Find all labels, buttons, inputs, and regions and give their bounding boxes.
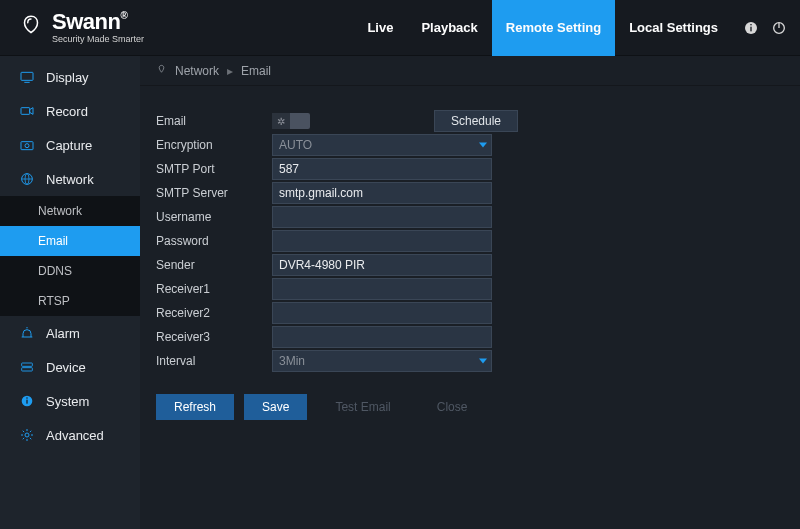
chevron-down-icon xyxy=(479,359,487,364)
schedule-button[interactable]: Schedule xyxy=(434,110,518,132)
sidebar-submenu-network: Network Email DDNS RTSP xyxy=(0,196,140,316)
chevron-right-icon: ▸ xyxy=(227,64,233,78)
power-icon[interactable] xyxy=(770,19,788,37)
gear-icon xyxy=(18,426,36,444)
top-nav: Live Playback Remote Setting Local Setti… xyxy=(353,0,788,56)
sidebar-sub-ddns[interactable]: DDNS xyxy=(0,256,140,286)
brand-regmark: ® xyxy=(120,10,127,21)
label-encryption: Encryption xyxy=(156,138,272,152)
info-icon[interactable] xyxy=(742,19,760,37)
email-toggle[interactable]: ✲ xyxy=(272,113,310,129)
main: Display Record Capture Network Network E… xyxy=(0,56,800,529)
sidebar-item-label: Network xyxy=(46,172,94,187)
form: Email ✲ Schedule Encryption AUTO SMTP Po… xyxy=(140,86,800,420)
record-icon xyxy=(18,102,36,120)
sidebar-item-label: System xyxy=(46,394,89,409)
device-icon xyxy=(18,358,36,376)
sidebar-item-network[interactable]: Network xyxy=(0,162,140,196)
globe-icon xyxy=(18,170,36,188)
alarm-icon xyxy=(18,324,36,342)
header: Swann® Security Made Smarter Live Playba… xyxy=(0,0,800,56)
svg-rect-19 xyxy=(26,397,27,398)
button-row: Refresh Save Test Email Close xyxy=(156,394,784,420)
interval-value: 3Min xyxy=(279,354,305,368)
info-circle-icon xyxy=(18,392,36,410)
swann-logo-icon xyxy=(18,13,44,42)
sidebar-sub-email[interactable]: Email xyxy=(0,226,140,256)
nav-remote-setting[interactable]: Remote Setting xyxy=(492,0,615,56)
label-smtp-port: SMTP Port xyxy=(156,162,272,176)
brand-tagline: Security Made Smarter xyxy=(52,35,144,44)
sidebar: Display Record Capture Network Network E… xyxy=(0,56,140,529)
sidebar-item-label: Device xyxy=(46,360,86,375)
brand-name: Swann xyxy=(52,9,120,34)
sidebar-item-label: Capture xyxy=(46,138,92,153)
chevron-down-icon xyxy=(479,143,487,148)
svg-rect-5 xyxy=(21,72,33,80)
label-email: Email xyxy=(156,114,272,128)
sidebar-item-record[interactable]: Record xyxy=(0,94,140,128)
sidebar-sub-network[interactable]: Network xyxy=(0,196,140,226)
receiver3-input[interactable] xyxy=(272,326,492,348)
interval-select[interactable]: 3Min xyxy=(272,350,492,372)
label-sender: Sender xyxy=(156,258,272,272)
nav-playback[interactable]: Playback xyxy=(407,0,491,56)
nav-live[interactable]: Live xyxy=(353,0,407,56)
svg-rect-7 xyxy=(21,108,30,115)
receiver1-input[interactable] xyxy=(272,278,492,300)
svg-rect-16 xyxy=(22,368,33,371)
svg-point-20 xyxy=(25,433,29,437)
encryption-value: AUTO xyxy=(279,138,312,152)
svg-rect-2 xyxy=(750,24,751,25)
test-email-button: Test Email xyxy=(317,394,408,420)
receiver2-input[interactable] xyxy=(272,302,492,324)
sidebar-item-label: Advanced xyxy=(46,428,104,443)
save-button[interactable]: Save xyxy=(244,394,307,420)
sidebar-item-label: Alarm xyxy=(46,326,80,341)
location-icon xyxy=(156,64,167,78)
label-interval: Interval xyxy=(156,354,272,368)
close-button: Close xyxy=(419,394,486,420)
smtp-port-input[interactable] xyxy=(272,158,492,180)
smtp-server-input[interactable] xyxy=(272,182,492,204)
encryption-select[interactable]: AUTO xyxy=(272,134,492,156)
sidebar-item-advanced[interactable]: Advanced xyxy=(0,418,140,452)
label-username: Username xyxy=(156,210,272,224)
label-smtp-server: SMTP Server xyxy=(156,186,272,200)
username-input[interactable] xyxy=(272,206,492,228)
label-password: Password xyxy=(156,234,272,248)
monitor-icon xyxy=(18,68,36,86)
breadcrumb-email: Email xyxy=(241,64,271,78)
toggle-knob: ✲ xyxy=(272,113,290,129)
svg-rect-18 xyxy=(26,400,27,404)
gear-mini-icon: ✲ xyxy=(277,116,285,127)
sidebar-item-label: Record xyxy=(46,104,88,119)
svg-rect-15 xyxy=(22,363,33,366)
sender-input[interactable] xyxy=(272,254,492,276)
sidebar-item-device[interactable]: Device xyxy=(0,350,140,384)
sidebar-item-capture[interactable]: Capture xyxy=(0,128,140,162)
password-input[interactable] xyxy=(272,230,492,252)
label-receiver3: Receiver3 xyxy=(156,330,272,344)
sidebar-item-system[interactable]: System xyxy=(0,384,140,418)
svg-rect-8 xyxy=(21,142,33,150)
breadcrumb-network[interactable]: Network xyxy=(175,64,219,78)
sidebar-item-label: Display xyxy=(46,70,89,85)
content: Network ▸ Email Email ✲ Schedule Encrypt… xyxy=(140,56,800,529)
camera-icon xyxy=(18,136,36,154)
sidebar-item-display[interactable]: Display xyxy=(0,60,140,94)
label-receiver2: Receiver2 xyxy=(156,306,272,320)
svg-rect-1 xyxy=(750,26,751,31)
logo: Swann® Security Made Smarter xyxy=(18,11,144,44)
breadcrumb: Network ▸ Email xyxy=(140,56,800,86)
refresh-button[interactable]: Refresh xyxy=(156,394,234,420)
svg-point-9 xyxy=(25,144,29,148)
sidebar-item-alarm[interactable]: Alarm xyxy=(0,316,140,350)
sidebar-sub-rtsp[interactable]: RTSP xyxy=(0,286,140,316)
nav-local-settings[interactable]: Local Settings xyxy=(615,0,732,56)
label-receiver1: Receiver1 xyxy=(156,282,272,296)
